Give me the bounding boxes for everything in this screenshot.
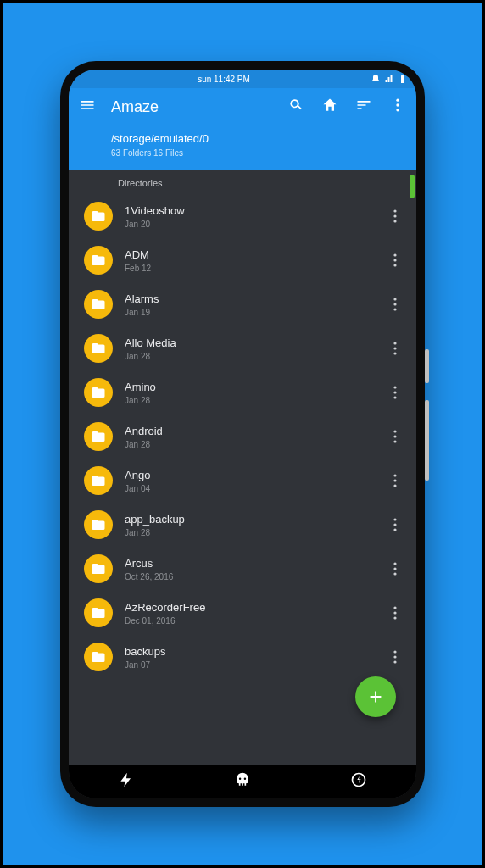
folder-row[interactable]: AndroidJan 28 [69, 415, 416, 459]
nav-skull-icon[interactable] [234, 771, 251, 792]
folder-icon [84, 422, 113, 451]
folder-icon [84, 643, 113, 671]
svg-point-31 [393, 611, 396, 614]
svg-point-21 [393, 474, 396, 476]
svg-point-6 [393, 253, 396, 256]
svg-point-22 [393, 479, 396, 481]
nav-lightning-icon[interactable] [118, 771, 135, 792]
app-bar: Amaze /storage/emula [69, 88, 416, 170]
folder-name: backups [125, 645, 374, 658]
svg-point-7 [393, 259, 396, 261]
row-more-button[interactable] [386, 209, 404, 223]
fab-add-button[interactable] [355, 676, 396, 717]
phone-screen: sun 11:42 PM Amaze [69, 70, 416, 798]
nav-flash-icon[interactable] [350, 771, 367, 792]
folder-icon [84, 554, 113, 583]
row-more-button[interactable] [386, 562, 404, 576]
svg-point-33 [393, 650, 396, 653]
folder-row[interactable]: app_backupJan 28 [69, 504, 416, 548]
svg-point-30 [393, 606, 396, 609]
svg-point-32 [393, 616, 396, 619]
svg-point-25 [393, 523, 396, 526]
row-more-button[interactable] [386, 342, 404, 355]
svg-point-15 [393, 386, 396, 388]
folder-icon [84, 466, 113, 495]
folder-date: Jan 28 [125, 528, 374, 537]
row-more-button[interactable] [386, 430, 404, 443]
svg-point-19 [393, 435, 396, 437]
folder-row[interactable]: AzRecorderFreeDec 01, 2016 [69, 592, 416, 636]
search-button[interactable] [287, 97, 304, 117]
svg-point-1 [396, 103, 399, 106]
status-time: sun 11:42 PM [77, 75, 371, 84]
svg-point-12 [393, 342, 396, 344]
svg-point-35 [393, 660, 396, 663]
svg-point-14 [393, 352, 396, 354]
battery-icon [398, 74, 408, 84]
svg-point-28 [393, 567, 396, 570]
folder-name: Android [125, 425, 374, 437]
phone-side-button [425, 349, 429, 383]
row-more-button[interactable] [386, 253, 404, 267]
svg-point-27 [393, 562, 396, 565]
app-title: Amaze [111, 98, 272, 116]
svg-point-16 [393, 391, 396, 393]
folder-row[interactable]: AngoJan 04 [69, 459, 416, 504]
folder-name: Allo Media [125, 337, 374, 349]
svg-point-3 [393, 209, 396, 212]
folder-date: Jan 19 [125, 308, 374, 317]
svg-point-11 [393, 308, 396, 310]
folder-name: Ango [125, 469, 374, 481]
file-list[interactable]: Directories 1VideoshowJan 20ADMFeb 12Ala… [69, 170, 416, 765]
hamburger-menu-button[interactable] [79, 97, 96, 117]
svg-point-4 [393, 214, 396, 217]
status-icons [371, 74, 408, 84]
current-path[interactable]: /storage/emulated/0 [111, 132, 406, 145]
row-more-button[interactable] [386, 650, 404, 664]
bottom-nav [69, 765, 416, 798]
svg-point-8 [393, 264, 396, 266]
folder-date: Jan 28 [125, 352, 374, 361]
folder-name: Arcus [125, 557, 374, 570]
notification-icon [371, 74, 381, 84]
phone-side-button [425, 400, 429, 481]
svg-point-20 [393, 440, 396, 442]
folder-name: AzRecorderFree [125, 601, 374, 614]
folder-row[interactable]: 1VideoshowJan 20 [69, 195, 416, 239]
svg-point-9 [393, 298, 396, 300]
row-more-button[interactable] [386, 606, 404, 620]
row-more-button[interactable] [386, 386, 404, 399]
folder-icon [84, 334, 113, 363]
folder-row[interactable]: Allo MediaJan 28 [69, 327, 416, 371]
svg-point-2 [396, 108, 399, 111]
home-button[interactable] [321, 97, 338, 117]
row-more-button[interactable] [386, 298, 404, 311]
folder-row[interactable]: AminoJan 28 [69, 371, 416, 415]
folder-icon [84, 598, 113, 627]
row-more-button[interactable] [386, 474, 404, 487]
folder-date: Jan 20 [125, 220, 374, 229]
folder-date: Jan 04 [125, 484, 374, 493]
folder-row[interactable]: backupsJan 07 [69, 636, 416, 680]
scroll-indicator[interactable] [410, 175, 415, 198]
svg-point-18 [393, 430, 396, 432]
folder-name: Alarms [125, 292, 374, 305]
folder-name: 1Videoshow [125, 204, 374, 217]
folder-date: Jan 28 [125, 396, 374, 405]
row-more-button[interactable] [386, 518, 404, 531]
overflow-menu-button[interactable] [389, 97, 406, 117]
folder-row[interactable]: AlarmsJan 19 [69, 283, 416, 327]
folder-name: app_backup [125, 513, 374, 526]
folder-date: Oct 26, 2016 [125, 572, 374, 581]
svg-point-34 [393, 655, 396, 658]
folder-row[interactable]: ADMFeb 12 [69, 239, 416, 283]
folder-icon [84, 202, 113, 231]
folder-name: Amino [125, 381, 374, 393]
sort-button[interactable] [355, 97, 372, 117]
phone-frame: sun 11:42 PM Amaze [60, 61, 425, 807]
folder-icon [84, 510, 113, 539]
svg-point-26 [393, 528, 396, 531]
folder-row[interactable]: ArcusOct 26, 2016 [69, 548, 416, 592]
status-bar: sun 11:42 PM [69, 70, 416, 88]
folder-date: Jan 28 [125, 440, 374, 449]
